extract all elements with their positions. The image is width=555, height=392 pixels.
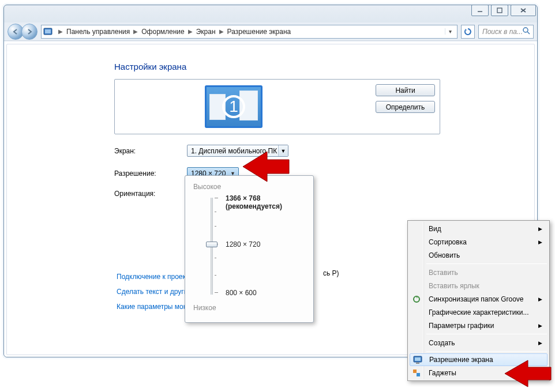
svg-rect-15 [417,373,420,376]
maximize-button[interactable] [491,5,508,16]
submenu-arrow-icon: ▶ [538,323,542,329]
titlebar [4,5,537,22]
context-item-paste-shortcut: Вставить ярлык [409,279,548,292]
context-item-sort[interactable]: Сортировка▶ [409,235,548,248]
search-placeholder: Поиск в па... [482,28,523,36]
svg-rect-12 [415,357,421,361]
slider-current-label: 1280 × 720 [226,240,260,248]
svg-line-7 [527,32,530,34]
resolution-slider-popup: Высокое 1366 × 768 (рекомендуется) 1280 … [185,175,314,323]
breadcrumb[interactable]: Оформление [141,28,184,36]
red-arrow-annotation [239,149,291,186]
sync-icon [412,295,421,304]
context-item-groove-sync[interactable]: Синхронизация папок Groove▶ [409,292,548,306]
context-item-view[interactable]: Вид▶ [409,222,548,235]
breadcrumb[interactable]: Разрешение экрана [227,28,291,36]
monitor-thumbnail[interactable]: 1 [205,85,262,128]
chevron-right-icon: ▶ [58,28,63,35]
resolution-slider[interactable]: 1366 × 768 (рекомендуется) 1280 × 720 80… [193,194,305,298]
monitor-params-link[interactable]: Какие параметры мон [117,299,192,314]
menu-separator [426,334,547,334]
svg-rect-5 [45,29,51,33]
page-title: Настройки экрана [114,62,534,71]
orientation-label: Ориентация: [114,190,187,198]
search-input[interactable]: Поиск в па... [478,25,534,39]
context-item-graphics-props[interactable]: Графические характеристики... [409,306,548,319]
menu-separator [426,263,547,264]
svg-marker-8 [243,152,289,182]
search-icon [523,27,530,36]
navbar: ▶ Панель управления ▶ Оформление ▶ Экран… [4,22,537,41]
control-panel-icon [43,27,52,36]
desktop-context-menu: Вид▶ Сортировка▶ Обновить Вставить Встав… [407,220,550,381]
refresh-button[interactable] [461,25,475,39]
gadget-icon [412,368,421,378]
red-arrow-annotation [501,358,553,391]
slider-min-label: 800 × 600 [226,289,257,297]
minimize-button[interactable] [471,5,489,16]
display-preview-box: 1 Найти Определить [114,79,440,134]
slider-low-label: Низкое [193,304,305,312]
svg-rect-13 [416,363,419,364]
address-bar[interactable]: ▶ Панель управления ▶ Оформление ▶ Экран… [41,25,457,39]
find-button[interactable]: Найти [376,84,435,96]
address-dropdown-button[interactable]: ▾ [445,28,455,35]
text-size-link[interactable]: Сделать текст и другие [117,284,192,299]
monitor-number: 1 [222,95,245,118]
svg-point-6 [523,28,528,32]
submenu-arrow-icon: ▶ [538,226,542,232]
submenu-arrow-icon: ▶ [538,296,542,302]
close-button[interactable] [511,5,536,16]
projector-link[interactable]: Подключение к проек [117,269,192,284]
monitor-icon [413,355,422,364]
submenu-arrow-icon: ▶ [538,340,542,346]
menu-separator [426,351,547,352]
breadcrumb[interactable]: Экран [196,28,216,36]
display-label: Экран: [114,147,187,155]
identify-button[interactable]: Определить [376,101,435,113]
context-item-new[interactable]: Создать▶ [409,336,548,349]
svg-marker-9 [505,360,551,387]
svg-rect-1 [497,8,502,13]
nav-forward-button[interactable] [21,24,38,40]
context-item-graphics-options[interactable]: Параметры графики▶ [409,319,548,332]
chevron-right-icon: ▶ [188,28,193,35]
chevron-right-icon: ▶ [133,28,138,35]
context-item-refresh[interactable]: Обновить [409,248,548,262]
slider-thumb[interactable] [206,242,217,247]
breadcrumb[interactable]: Панель управления [66,28,130,36]
resolution-label: Разрешение: [114,169,187,178]
slider-recommended-label: 1366 × 768 (рекомендуется) [226,194,305,210]
svg-rect-14 [413,370,417,373]
chevron-right-icon: ▶ [219,28,224,35]
projector-link-tail: сь P) [323,269,339,277]
submenu-arrow-icon: ▶ [538,239,542,245]
context-item-paste: Вставить [409,266,548,279]
